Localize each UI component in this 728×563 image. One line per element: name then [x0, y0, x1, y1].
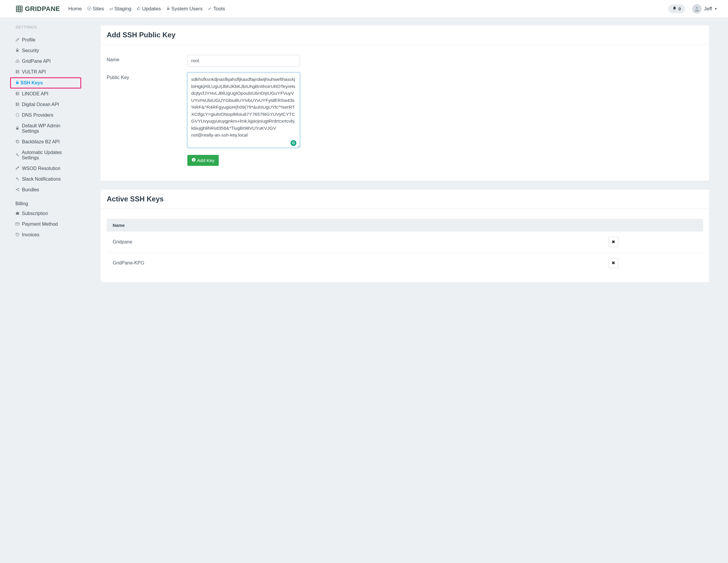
magic-icon — [15, 166, 20, 171]
history-icon — [15, 233, 20, 238]
main-content: Add SSH Public Key Name Public Key G — [83, 18, 728, 303]
svg-point-14 — [17, 105, 17, 105]
sidebar-item-auto-updates[interactable]: Automatic Updates Settings — [0, 147, 83, 163]
svg-point-13 — [17, 103, 17, 103]
sidebar-item-digital-ocean-api[interactable]: Digital Ocean API — [0, 99, 83, 110]
ssh-keys-table: Name Gridpane ✖ — [107, 219, 703, 274]
svg-point-16 — [17, 154, 18, 155]
lock-icon — [15, 80, 19, 86]
add-ssh-key-title: Add SSH Public Key — [101, 25, 709, 45]
svg-point-19 — [18, 179, 19, 180]
times-icon: ✖ — [612, 239, 615, 245]
user-menu[interactable]: Jeff ▼ — [692, 4, 717, 14]
nav-links: Home Sites ⇄ Staging Updates System User… — [68, 6, 225, 12]
notifications-count: 0 — [678, 6, 681, 11]
name-label: Name — [107, 55, 187, 63]
nav-system-users[interactable]: System Users — [166, 6, 203, 12]
svg-point-2 — [696, 7, 698, 9]
sidebar-item-security[interactable]: Security — [0, 45, 83, 56]
svg-point-18 — [17, 178, 18, 179]
lock-icon — [166, 6, 170, 11]
lock-icon — [15, 126, 20, 131]
active-ssh-keys-panel: Active SSH Keys Name Gridpane — [101, 190, 709, 282]
public-key-input[interactable] — [187, 73, 300, 148]
nav-home[interactable]: Home — [68, 6, 82, 12]
sidebar-item-ssh-keys[interactable]: SSH Keys — [10, 77, 81, 89]
add-ssh-key-panel: Add SSH Public Key Name Public Key G — [101, 25, 709, 181]
user-name: Jeff — [704, 6, 712, 12]
logo-text: GRIDPANE — [25, 5, 60, 13]
sidebar-item-linode-api[interactable]: LINODE API — [0, 89, 83, 99]
svg-rect-15 — [17, 141, 19, 143]
svg-point-17 — [18, 155, 19, 156]
thumbs-up-icon — [137, 6, 141, 11]
bell-icon — [672, 6, 677, 12]
cogs-icon — [15, 177, 20, 182]
logo[interactable]: GRIDPANE — [15, 5, 60, 13]
sidebar-item-subscription[interactable]: Subscription — [0, 208, 83, 219]
public-key-label: Public Key — [107, 73, 187, 80]
table-row: GridPane-KPG ✖ — [107, 253, 703, 274]
sidebar-item-backblaze[interactable]: Backblaze B2 API — [0, 137, 83, 147]
avatar-icon — [692, 4, 702, 14]
share-icon — [15, 188, 20, 193]
sidebar-item-bundles[interactable]: Bundles — [0, 185, 83, 195]
briefcase-icon — [15, 211, 20, 216]
name-input[interactable] — [187, 55, 300, 67]
add-key-button[interactable]: Add Key — [187, 155, 219, 166]
lock-icon — [15, 48, 20, 53]
key-name: GridPane-KPG — [107, 253, 602, 274]
nav-sites[interactable]: Sites — [87, 6, 104, 12]
sidebar-item-dns-providers[interactable]: DNS Providers — [0, 110, 83, 121]
delete-key-button[interactable]: ✖ — [608, 258, 618, 268]
key-name: Gridpane — [107, 232, 602, 253]
sidebar-item-gridpane-api[interactable]: GridPane API — [0, 56, 83, 67]
nav-updates[interactable]: Updates — [137, 6, 161, 12]
nav-staging[interactable]: ⇄ Staging — [109, 6, 132, 12]
times-icon: ✖ — [612, 260, 615, 266]
sidebar-item-default-wp-admin[interactable]: Default WP Admin Settings — [0, 121, 83, 137]
top-nav: GRIDPANE Home Sites ⇄ Staging Updates Sy… — [0, 0, 728, 18]
delete-key-button[interactable]: ✖ — [608, 237, 618, 247]
sidebar-item-invoices[interactable]: Invoices — [0, 230, 83, 240]
svg-point-6 — [17, 72, 17, 73]
nav-tools[interactable]: Tools — [208, 6, 225, 12]
server-icon — [15, 92, 20, 97]
svg-point-10 — [17, 94, 17, 95]
sidebar: SETTINGS Profile Security GridPane API V… — [0, 18, 83, 303]
column-header-name: Name — [107, 219, 602, 232]
active-ssh-keys-title: Active SSH Keys — [101, 190, 709, 209]
retweet-icon: ⇄ — [109, 6, 113, 12]
sidebar-heading: SETTINGS — [0, 25, 83, 35]
caret-down-icon: ▼ — [714, 7, 717, 10]
server-icon — [15, 102, 20, 107]
edit-icon — [15, 38, 20, 43]
sidebar-billing-heading: Billing — [0, 195, 83, 208]
cubes-icon — [15, 59, 20, 64]
table-row: Gridpane ✖ — [107, 232, 703, 253]
wordpress-icon — [87, 6, 92, 12]
hexagon-icon — [15, 113, 20, 118]
sidebar-item-wsod[interactable]: WSOD Resolution — [0, 163, 83, 174]
wrench-icon — [208, 6, 212, 11]
server-icon — [15, 70, 20, 75]
grammarly-icon[interactable]: G — [290, 140, 296, 146]
sidebar-item-slack[interactable]: Slack Notifications — [0, 174, 83, 185]
logo-icon — [15, 5, 23, 13]
check-circle-icon — [191, 158, 196, 163]
credit-card-icon — [15, 222, 20, 227]
svg-rect-23 — [16, 223, 19, 225]
svg-point-9 — [17, 92, 17, 93]
nav-right: 0 Jeff ▼ — [668, 4, 717, 14]
copy-icon — [15, 140, 20, 145]
sidebar-item-profile[interactable]: Profile — [0, 35, 83, 45]
cogs-icon — [15, 153, 20, 158]
notifications-button[interactable]: 0 — [668, 4, 685, 13]
sidebar-item-payment-method[interactable]: Payment Method — [0, 219, 83, 230]
sidebar-item-vultr-api[interactable]: VULTR API — [0, 67, 83, 77]
svg-rect-0 — [16, 6, 22, 12]
